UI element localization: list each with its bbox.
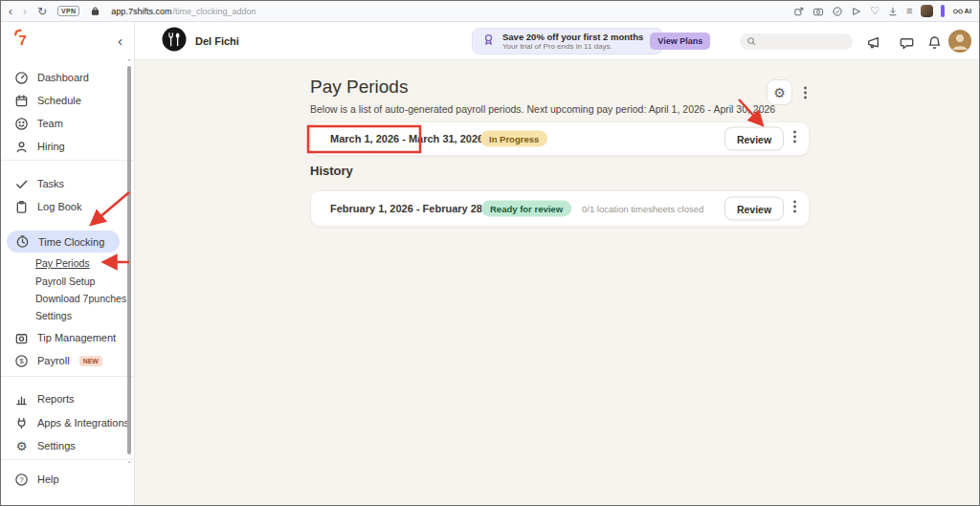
kebab-icon bbox=[793, 200, 796, 213]
sidebar-item-tasks[interactable]: Tasks bbox=[1, 173, 123, 194]
check-icon bbox=[14, 177, 29, 191]
camera-icon[interactable] bbox=[813, 6, 824, 17]
sidebar-item-dashboard[interactable]: Dashboard bbox=[1, 67, 123, 88]
chat-icon bbox=[899, 34, 915, 51]
sidebar-item-apps-integrations[interactable]: Apps & Integrations bbox=[1, 412, 123, 433]
page-overflow-menu[interactable] bbox=[804, 86, 807, 103]
lock-icon bbox=[90, 3, 100, 20]
user-avatar[interactable] bbox=[948, 30, 971, 53]
browser-back-icon[interactable]: ‹ bbox=[9, 6, 12, 17]
view-plans-button[interactable]: View Plans bbox=[650, 33, 710, 50]
sidebar-divider bbox=[1, 459, 134, 460]
page-subtitle: Below is a list of auto-generated payrol… bbox=[310, 103, 775, 115]
pay-period-dates: March 1, 2026 - March 31, 2026 bbox=[330, 133, 483, 144]
scrollbar-down-icon[interactable]: ⌄ bbox=[126, 457, 132, 464]
tip-jar-icon bbox=[14, 331, 29, 345]
calendar-icon bbox=[14, 94, 29, 108]
sidebar-collapse-icon[interactable]: ‹ bbox=[118, 33, 122, 48]
gear-icon: ⚙ bbox=[14, 439, 29, 453]
avatar-person-icon bbox=[948, 30, 971, 53]
sidebar-item-settings[interactable]: ⚙ Settings bbox=[1, 435, 123, 456]
status-badge: Ready for review bbox=[481, 201, 571, 217]
sidebar-item-hiring[interactable]: Hiring bbox=[1, 136, 123, 157]
history-pay-period-row: February 1, 2026 - February 28, 2026 Rea… bbox=[310, 190, 810, 227]
company-name: Del Fichi bbox=[195, 35, 239, 47]
browser-reload-icon[interactable]: ↻ bbox=[37, 6, 47, 17]
sidebar-item-help[interactable]: ? Help bbox=[1, 469, 123, 490]
nav-label: Apps & Integrations bbox=[37, 417, 129, 429]
nav-label: Log Book bbox=[37, 201, 81, 212]
nav-label: Help bbox=[37, 473, 59, 485]
sidebar-item-payroll[interactable]: $ Payroll NEW bbox=[1, 350, 123, 371]
company-switcher[interactable]: Del Fichi bbox=[162, 29, 239, 54]
nav-label: Schedule bbox=[37, 95, 81, 106]
person-icon bbox=[14, 140, 29, 154]
sidebar-item-time-clocking[interactable]: Time Clocking bbox=[7, 231, 120, 253]
sidebar-subitem-settings[interactable]: Settings bbox=[35, 310, 72, 321]
scrollbar-up-icon[interactable]: ⌃ bbox=[126, 58, 132, 65]
clipboard-icon bbox=[14, 200, 29, 214]
review-button[interactable]: Review bbox=[724, 127, 784, 151]
browser-toolbar: ‹ › ↻ VPN app.7shifts.com/time_clocking_… bbox=[1, 1, 979, 22]
browser-forward-icon[interactable]: › bbox=[23, 6, 27, 17]
plug-icon bbox=[14, 416, 29, 430]
menu-icon[interactable]: ≡ bbox=[906, 6, 912, 16]
svg-text:7: 7 bbox=[19, 32, 27, 48]
sidebar-indicator-pill[interactable] bbox=[941, 5, 945, 17]
pay-periods-page: Pay Periods Below is a list of auto-gene… bbox=[135, 60, 979, 505]
check-circle-icon[interactable] bbox=[832, 6, 843, 17]
megaphone-icon bbox=[865, 34, 881, 51]
sidebar-subitem-download-7punches[interactable]: Download 7punches bbox=[35, 293, 126, 304]
review-button[interactable]: Review bbox=[724, 197, 784, 221]
browser-profile-avatar[interactable] bbox=[921, 5, 933, 17]
announcements-button[interactable] bbox=[864, 33, 881, 51]
send-icon[interactable] bbox=[851, 6, 862, 17]
company-logo bbox=[162, 27, 187, 55]
url-host: app.7shifts.com bbox=[111, 7, 171, 16]
sidebar-nav: 7 ‹ Dashboard Schedule Team Hiring Tasks bbox=[1, 22, 135, 505]
sidebar-subitem-payroll-setup[interactable]: Payroll Setup bbox=[35, 275, 95, 287]
sidebar-subitem-pay-periods[interactable]: Pay Periods bbox=[35, 257, 90, 269]
nav-label: Tip Management bbox=[37, 332, 116, 343]
nav-label: Time Clocking bbox=[38, 236, 104, 248]
payroll-dollar-icon: $ bbox=[14, 354, 29, 368]
page-title: Pay Periods bbox=[310, 77, 408, 98]
sidebar-item-log-book[interactable]: Log Book bbox=[1, 196, 123, 217]
vpn-badge[interactable]: VPN bbox=[57, 6, 79, 16]
timesheets-note: 0/1 location timesheets closed bbox=[582, 204, 703, 214]
search-input[interactable] bbox=[740, 33, 853, 50]
favorites-heart-icon[interactable]: ♡ bbox=[870, 6, 880, 16]
status-badge: In Progress bbox=[480, 131, 547, 147]
pay-periods-settings-button[interactable]: ⚙ bbox=[767, 79, 792, 105]
help-icon: ? bbox=[14, 473, 29, 487]
ai-label: AI bbox=[965, 7, 972, 15]
current-pay-period-row: March 1, 2026 - March 31, 2026 In Progre… bbox=[310, 121, 810, 156]
sidebar-item-team[interactable]: Team bbox=[1, 113, 123, 134]
messages-button[interactable] bbox=[898, 33, 915, 51]
trial-banner: Save 20% off your first 2 months Your tr… bbox=[472, 28, 663, 55]
sidebar-divider bbox=[1, 160, 134, 161]
dashboard-icon bbox=[14, 71, 29, 85]
sidebar-item-schedule[interactable]: Schedule bbox=[1, 90, 123, 111]
ai-extension-button[interactable]: AI bbox=[952, 7, 972, 16]
sidebar-scrollbar[interactable] bbox=[127, 66, 131, 454]
row-overflow-menu[interactable] bbox=[793, 200, 796, 217]
row-overflow-menu[interactable] bbox=[793, 130, 796, 147]
smiley-icon bbox=[14, 117, 29, 131]
sidebar-item-tip-management[interactable]: Tip Management bbox=[1, 327, 123, 348]
search-icon bbox=[746, 36, 757, 47]
share-icon[interactable] bbox=[793, 6, 805, 17]
ribbon-icon bbox=[481, 33, 496, 51]
banner-subtitle: Your trial of Pro ends in 11 days. bbox=[502, 42, 643, 51]
nav-label: Team bbox=[37, 118, 63, 129]
notifications-button[interactable] bbox=[925, 33, 943, 51]
kebab-icon bbox=[804, 86, 807, 99]
download-icon[interactable] bbox=[887, 6, 899, 17]
bell-icon bbox=[926, 34, 943, 51]
bar-chart-icon bbox=[14, 392, 29, 407]
nav-label: Dashboard bbox=[37, 72, 89, 83]
sidebar-item-reports[interactable]: Reports bbox=[1, 388, 123, 409]
nav-label: Settings bbox=[37, 440, 76, 451]
new-badge: NEW bbox=[79, 356, 102, 366]
address-bar[interactable]: app.7shifts.com/time_clocking_addon bbox=[111, 7, 256, 16]
